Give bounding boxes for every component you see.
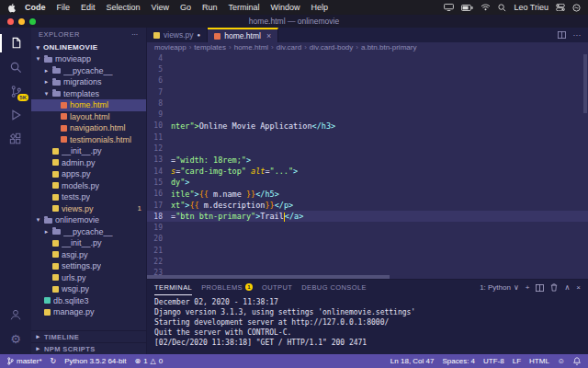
siri-icon[interactable] (572, 4, 581, 12)
code-line-20[interactable]: 20 (147, 234, 588, 245)
spotlight-search-icon[interactable] (498, 4, 506, 12)
menu-file[interactable]: File (51, 3, 76, 12)
menu-terminal[interactable]: Terminal (222, 3, 265, 12)
account-icon[interactable] (0, 303, 31, 327)
panel-tab-terminal[interactable]: TERMINAL (154, 280, 192, 295)
file-urls.py[interactable]: urls.py (31, 272, 146, 284)
menu-view[interactable]: View (146, 3, 175, 12)
problems-status[interactable]: ⊗ 1 △ 0 (134, 357, 163, 365)
file-views.py[interactable]: views.py1 (31, 203, 146, 215)
code-line-8[interactable]: 8 (147, 98, 588, 109)
extensions-icon[interactable] (0, 127, 31, 151)
source-control-icon[interactable]: 5K (0, 79, 31, 103)
code-line-16[interactable]: 16itle">{{ m.name }}</h5> (147, 189, 588, 200)
file-wsgi.py[interactable]: wsgi.py (31, 283, 146, 295)
python-interpreter[interactable]: Python 3.5.2 64-bit (64, 357, 126, 365)
code-line-11[interactable]: 11 (147, 132, 588, 143)
code-line-4[interactable]: 4 (147, 52, 588, 63)
code-line-6[interactable]: 6 (147, 75, 588, 86)
section-npm-scripts[interactable]: ▸NPM SCRIPTS (31, 342, 146, 354)
file-tests.py[interactable]: tests.py (31, 191, 146, 203)
file-manage.py[interactable]: manage.py (31, 306, 146, 318)
section-timeline[interactable]: ▸TIMELINE (31, 330, 146, 342)
file-admin.py[interactable]: admin.py (31, 157, 146, 169)
editor-vscrollbar[interactable] (583, 54, 587, 113)
file-home.html[interactable]: home.html (31, 99, 146, 111)
code-line-15[interactable]: 15dy"> (147, 177, 588, 188)
tab-home.html[interactable]: home.html× (208, 28, 278, 42)
code-line-14[interactable]: 14s="card-img-top" alt="..."> (147, 166, 588, 177)
file-db.sqlite3[interactable]: db.sqlite3 (31, 295, 146, 307)
search-icon[interactable] (0, 55, 31, 79)
breadcrumb-item[interactable]: templates (194, 43, 226, 52)
close-window-button[interactable] (7, 18, 14, 25)
zoom-window-button[interactable] (29, 18, 36, 25)
menu-run[interactable]: Run (197, 3, 223, 12)
panel-tab-output[interactable]: OUTPUT (262, 280, 292, 295)
menu-code[interactable]: Code (19, 3, 51, 12)
folder-onlinemovie[interactable]: ▾onlinemovie (31, 214, 146, 226)
code-line-9[interactable]: 9 (147, 109, 588, 120)
folder-movieapp[interactable]: ▾movieapp (31, 53, 146, 65)
file-models.py[interactable]: models.py (31, 180, 146, 192)
apple-menu-icon[interactable] (7, 3, 16, 13)
file-__init__.py[interactable]: __init__.py (31, 237, 146, 249)
explorer-icon[interactable] (0, 31, 31, 55)
encoding[interactable]: UTF-8 (483, 357, 504, 365)
menu-window[interactable]: Window (265, 3, 305, 12)
breadcrumb-item[interactable]: home.html (234, 43, 268, 52)
cursor-position[interactable]: Ln 18, Col 47 (390, 357, 435, 365)
folder-__pycache__[interactable]: ▸__pycache__ (31, 65, 146, 77)
code-line-21[interactable]: 21 (147, 245, 588, 256)
breadcrumb-item[interactable]: a.btn.btn-primary (361, 43, 416, 52)
control-center-icon[interactable] (556, 4, 565, 11)
eol-selector[interactable]: LF (513, 357, 521, 365)
breadcrumb-item[interactable]: div.card-body (310, 43, 353, 52)
code-line-18[interactable]: 18="btn btn-primary">Trail</a> (147, 211, 588, 222)
titlebar[interactable]: home.html — onlinemovie (0, 15, 588, 28)
code-line-13[interactable]: 13="width: 18rem;"> (147, 155, 588, 166)
menu-edit[interactable]: Edit (75, 3, 101, 12)
display-icon[interactable] (444, 4, 454, 11)
code-line-7[interactable]: 7 (147, 86, 588, 98)
folder-migrations[interactable]: ▸migrations (31, 76, 146, 88)
code-line-5[interactable]: 5 (147, 63, 588, 75)
project-section-header[interactable]: ▾ ONLINEMOVIE (31, 41, 146, 53)
code-line-22[interactable]: 22 (147, 256, 588, 267)
close-tab-icon[interactable]: × (266, 31, 271, 40)
code-line-12[interactable]: 12 (147, 143, 588, 154)
file-apps.py[interactable]: apps.py (31, 168, 146, 180)
maximize-panel-icon[interactable]: ∧ (564, 283, 570, 292)
folder-templates[interactable]: ▾templates (31, 88, 146, 100)
menubar-username[interactable]: Leo Trieu (514, 3, 548, 12)
file-testimonials.html[interactable]: testimonials.html (31, 134, 146, 146)
code-line-19[interactable]: 19 (147, 222, 588, 233)
editor[interactable]: 45678910nter">Online Movie Application</… (147, 52, 588, 279)
split-editor-icon[interactable] (558, 31, 566, 39)
notifications-bell-icon[interactable] (573, 357, 581, 365)
file-__init__.py[interactable]: __init__.py (31, 145, 146, 157)
menu-go[interactable]: Go (175, 3, 197, 12)
language-mode[interactable]: HTML (529, 357, 549, 365)
explorer-more-actions-icon[interactable]: ⋯ (131, 30, 139, 39)
close-panel-icon[interactable]: × (576, 283, 581, 292)
code-line-17[interactable]: 17xt">{{ m.description}}</p> (147, 200, 588, 211)
split-terminal-icon[interactable] (536, 284, 544, 292)
more-actions-icon[interactable]: ⋯ (573, 30, 582, 40)
kill-terminal-icon[interactable] (550, 283, 558, 292)
sync-icon[interactable]: ↻ (51, 357, 57, 365)
panel-tab-problems[interactable]: PROBLEMS1 (201, 280, 253, 295)
menu-selection[interactable]: Selection (101, 3, 146, 12)
feedback-smiley-icon[interactable]: ☺ (558, 357, 565, 365)
breadcrumb-item[interactable]: movieapp (154, 43, 187, 52)
breadcrumb-item[interactable]: div.card (277, 43, 301, 52)
git-branch[interactable]: master* (7, 357, 42, 365)
indentation[interactable]: Spaces: 4 (442, 357, 475, 365)
file-asgi.py[interactable]: asgi.py (31, 249, 146, 261)
file-settings.py[interactable]: settings.py (31, 260, 146, 272)
code-line-10[interactable]: 10nter">Online Movie Application</h3> (147, 121, 588, 132)
settings-gear-icon[interactable]: ⚙ (0, 327, 31, 351)
shell-selector[interactable]: 1: Python∨ (480, 283, 519, 292)
terminal-output[interactable]: December 02, 2020 - 11:38:17Django versi… (147, 295, 588, 350)
editor-hscrollbar[interactable] (147, 275, 390, 279)
